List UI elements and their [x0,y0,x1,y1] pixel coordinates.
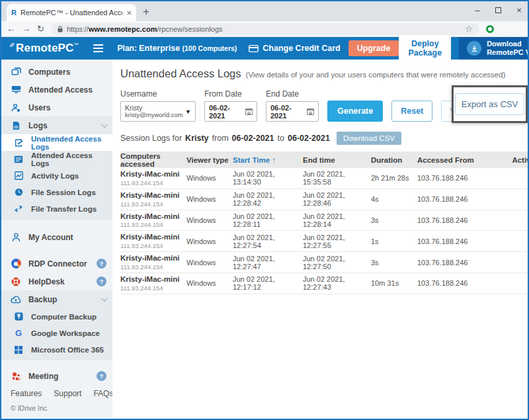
window-controls: – × [473,4,524,16]
col-end-time: End time [303,156,371,164]
activity-logs-icon [13,171,24,180]
accessed-from: 103.76.188.246 [417,279,499,287]
sidebar-item-attended-access[interactable]: Attended Access [1,81,112,99]
sidebar-item-my-account[interactable]: My Account [1,228,112,246]
end-time: Jun 02 2021, 12:27:50 [303,255,371,271]
username-email: kristy@myworld.com [125,112,185,119]
end-time: Jun 02 2021, 12:27:43 [303,275,371,291]
col-activity: Activity [499,156,529,164]
end-date-label: End Date [266,89,319,99]
sidebar-item-meeting[interactable]: Meeting ? [1,367,112,385]
end-date-input[interactable]: 06-02-2021 [266,101,319,122]
help-badge-icon[interactable]: ? [97,371,106,381]
viewer-type: Windows [186,216,233,224]
users-icon [11,103,21,112]
forward-icon[interactable]: → [22,24,30,34]
unattended-logs-icon [13,138,24,147]
change-credit-card-link[interactable]: Change Credit Card [249,44,340,53]
sidebar-item-google-workspace[interactable]: G Google Workspace [1,325,112,341]
table-row[interactable]: Kristy-iMac-mini111.93.244.154 Windows J… [120,252,529,273]
chevron-down-icon [101,121,108,128]
table-row[interactable]: Kristy-iMac-mini111.93.244.154 Windows J… [120,189,529,210]
generate-button[interactable]: Generate [327,101,383,122]
plan-info: Plan: Enterprise (100 Computers) [118,44,237,53]
reset-button[interactable]: Reset [391,101,432,122]
sort-arrow-icon: ↑ [272,156,276,164]
username-select[interactable]: Kristy kristy@myworld.com ▼ [120,101,196,122]
col-accessed-from: Accessed From [417,156,499,164]
sidebar-item-activity-logs[interactable]: Activity Logs [1,167,112,184]
features-link[interactable]: Features [11,389,42,398]
sidebar-item-backup[interactable]: Backup [1,290,112,308]
computer-ip: 111.93.244.154 [120,263,186,271]
sidebar-item-file-transfer-logs[interactable]: File Transfer Logs [1,200,112,217]
sidebar-item-logs[interactable]: Logs [1,116,112,134]
support-link[interactable]: Support [54,389,81,398]
download-icon [467,41,481,56]
maximize-icon [495,7,501,13]
sidebar-item-attended-access-logs[interactable]: Attended Access Logs [1,151,112,167]
new-tab-button[interactable]: + [143,5,149,19]
sidebar-item-file-session-logs[interactable]: File Session Logs [1,184,112,200]
download-viewer-button[interactable]: DownloadRemotePC Viewer [459,37,529,60]
attended-logs-icon [13,155,24,163]
account-icon [11,233,21,242]
col-duration: Duration [371,156,417,164]
remotepc-logo: RemotePC ™ [9,42,79,55]
sidebar-item-unattended-access-logs[interactable]: Unattended Access Logs [1,134,112,151]
faqs-link[interactable]: FAQs [93,389,113,398]
download-csv-button[interactable]: Download CSV [337,132,401,145]
from-date-label: From Date [204,89,257,99]
address-bar[interactable]: https://www.remotepc.com/rpcnew/sessionl… [51,23,479,35]
viewer-type: Windows [186,237,233,245]
table-row[interactable]: Kristy-iMac-mini111.93.244.154 Windows J… [120,273,529,294]
col-start-time-sort[interactable]: Start Time ↑ [233,156,303,164]
sidebar-item-helpdesk[interactable]: HelpDesk ? [1,273,112,290]
from-date-input[interactable]: 06-02-2021 [204,101,257,122]
start-time: Jun 02 2021, 12:28:11 [233,212,303,228]
transfer-arrows-icon [13,205,24,212]
credit-card-icon [249,45,259,52]
sidebar-item-rdp-connector[interactable]: RDP Connector ? [1,255,112,273]
browser-tab[interactable]: R RemotePC™ - Unattended Acces × [7,4,136,21]
computer-ip: 111.93.244.154 [120,179,186,187]
help-badge-icon[interactable]: ? [97,259,106,269]
table-row[interactable]: Kristy-iMac-mini111.93.244.154 Windows J… [120,168,529,189]
help-badge-icon[interactable]: ? [97,276,106,286]
table-row[interactable]: Kristy-iMac-mini111.93.244.154 Windows J… [120,210,529,231]
col-computers-accessed: Computers accessed [120,152,186,168]
accessed-from: 103.76.188.246 [417,216,499,224]
back-icon[interactable]: ← [7,24,15,34]
sidebar-item-microsoft-office[interactable]: Microsoft Office 365 [1,341,112,358]
meeting-icon [11,372,21,381]
cloud-backup-icon [11,296,21,304]
sidebar-item-computer-backup[interactable]: Computer Backup [1,308,112,325]
start-time: Jun 02 2021, 12:17:12 [233,275,303,291]
table-row[interactable]: Kristy-iMac-mini111.93.244.154 Windows J… [120,231,529,252]
bookmark-star-icon[interactable]: ☆ [465,24,473,34]
end-time: Jun 02 2021, 15:35:58 [303,170,371,186]
menu-icon[interactable] [93,44,103,52]
log-table-body: Kristy-iMac-mini111.93.244.154 Windows J… [120,168,529,294]
extension-icon[interactable] [486,25,494,33]
microsoft-icon [13,346,24,354]
sidebar-item-users[interactable]: Users [1,99,112,116]
maximize-button[interactable] [495,4,501,16]
computers-icon [11,67,21,77]
minimize-button[interactable]: – [473,5,482,15]
tab-close-icon[interactable]: × [126,9,132,17]
duration: 10m 31s [371,279,417,287]
viewer-type: Windows [186,259,233,267]
lock-icon [58,26,63,32]
close-button[interactable]: × [514,5,524,15]
deploy-package-button[interactable]: Deploy Package [399,35,451,62]
export-csv-button[interactable]: Export as CSV [455,93,524,115]
sidebar-item-computers[interactable]: Computers [1,63,112,81]
accessed-from: 103.76.188.246 [417,237,499,245]
upgrade-button[interactable]: Upgrade [348,40,399,56]
computer-name: Kristy-iMac-mini [120,233,186,242]
duration: 3s [371,259,417,267]
export-csv-highlight-box: Export as CSV [452,85,528,123]
session-summary: Session Logs for Kristy from 06-02-2021 … [120,132,529,145]
reload-icon[interactable]: ↻ [37,24,44,34]
